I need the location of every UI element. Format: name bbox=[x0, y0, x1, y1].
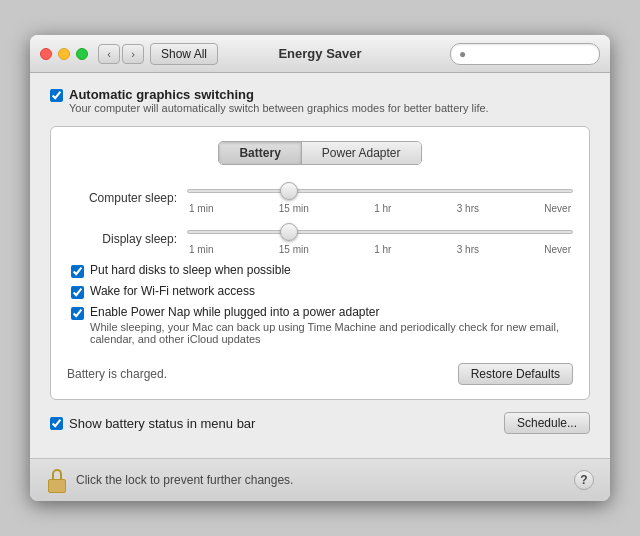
main-panel: Battery Power Adapter Computer sleep: 1 … bbox=[50, 126, 590, 400]
back-button[interactable]: ‹ bbox=[98, 44, 120, 64]
wifi-label: Wake for Wi-Fi network access bbox=[90, 284, 255, 298]
power-nap-sublabel: While sleeping, your Mac can back up usi… bbox=[90, 321, 573, 345]
show-all-button[interactable]: Show All bbox=[150, 43, 218, 65]
display-sleep-track bbox=[187, 222, 573, 242]
tick-never-ds: Never bbox=[544, 244, 571, 255]
computer-sleep-track bbox=[187, 181, 573, 201]
help-button[interactable]: ? bbox=[574, 470, 594, 490]
auto-graphics-subtitle: Your computer will automatically switch … bbox=[69, 102, 489, 114]
battery-status: Battery is charged. bbox=[67, 367, 167, 381]
forward-button[interactable]: › bbox=[122, 44, 144, 64]
lock-area: Click the lock to prevent further change… bbox=[46, 467, 293, 493]
auto-graphics-text: Automatic graphics switching Your comput… bbox=[69, 87, 489, 114]
show-battery-label: Show battery status in menu bar bbox=[69, 416, 255, 431]
computer-sleep-label: Computer sleep: bbox=[67, 191, 177, 205]
tick-3hrs-ds: 3 hrs bbox=[457, 244, 479, 255]
tick-1min-cs: 1 min bbox=[189, 203, 213, 214]
window-title: Energy Saver bbox=[278, 46, 361, 61]
maximize-button[interactable] bbox=[76, 48, 88, 60]
titlebar: ‹ › Show All Energy Saver ● bbox=[30, 35, 610, 73]
tick-1hr-ds: 1 hr bbox=[374, 244, 391, 255]
wifi-checkbox[interactable] bbox=[71, 286, 84, 299]
display-sleep-label: Display sleep: bbox=[67, 232, 177, 246]
nav-buttons: ‹ › bbox=[98, 44, 144, 64]
wifi-row: Wake for Wi-Fi network access bbox=[67, 284, 573, 299]
computer-sleep-slider-container: 1 min 15 min 1 hr 3 hrs Never bbox=[187, 181, 573, 214]
tick-15min-ds: 15 min bbox=[279, 244, 309, 255]
lock-icon[interactable] bbox=[46, 467, 68, 493]
power-nap-label: Enable Power Nap while plugged into a po… bbox=[90, 305, 573, 345]
auto-graphics-checkbox[interactable] bbox=[50, 89, 63, 102]
search-icon: ● bbox=[459, 47, 466, 61]
computer-sleep-ticks: 1 min 15 min 1 hr 3 hrs Never bbox=[187, 203, 573, 214]
tick-3hrs-cs: 3 hrs bbox=[457, 203, 479, 214]
display-sleep-ticks: 1 min 15 min 1 hr 3 hrs Never bbox=[187, 244, 573, 255]
hard-disks-checkbox[interactable] bbox=[71, 265, 84, 278]
tab-battery[interactable]: Battery bbox=[219, 142, 301, 164]
lock-body bbox=[48, 479, 66, 493]
tab-group: Battery Power Adapter bbox=[218, 141, 421, 165]
search-box[interactable]: ● bbox=[450, 43, 600, 65]
search-input[interactable] bbox=[470, 47, 591, 61]
tabs: Battery Power Adapter bbox=[67, 141, 573, 165]
display-sleep-slider-container: 1 min 15 min 1 hr 3 hrs Never bbox=[187, 222, 573, 255]
display-sleep-row: Display sleep: 1 min 15 min 1 hr 3 hrs N… bbox=[67, 222, 573, 255]
tick-1min-ds: 1 min bbox=[189, 244, 213, 255]
power-nap-checkbox[interactable] bbox=[71, 307, 84, 320]
tab-power-adapter[interactable]: Power Adapter bbox=[302, 142, 421, 164]
tick-1hr-cs: 1 hr bbox=[374, 203, 391, 214]
close-button[interactable] bbox=[40, 48, 52, 60]
show-battery-left: Show battery status in menu bar bbox=[50, 416, 255, 431]
computer-sleep-slider[interactable] bbox=[187, 189, 573, 193]
schedule-button[interactable]: Schedule... bbox=[504, 412, 590, 434]
traffic-lights bbox=[40, 48, 88, 60]
show-battery-row: Show battery status in menu bar Schedule… bbox=[50, 412, 590, 434]
minimize-button[interactable] bbox=[58, 48, 70, 60]
lock-shackle bbox=[52, 469, 62, 479]
show-battery-checkbox[interactable] bbox=[50, 417, 63, 430]
hard-disks-label: Put hard disks to sleep when possible bbox=[90, 263, 291, 277]
power-nap-row: Enable Power Nap while plugged into a po… bbox=[67, 305, 573, 345]
tick-never-cs: Never bbox=[544, 203, 571, 214]
auto-graphics-row: Automatic graphics switching Your comput… bbox=[50, 87, 590, 114]
bottom-bar: Click the lock to prevent further change… bbox=[30, 458, 610, 501]
panel-bottom: Battery is charged. Restore Defaults bbox=[67, 355, 573, 385]
content-area: Automatic graphics switching Your comput… bbox=[30, 73, 610, 458]
hard-disks-row: Put hard disks to sleep when possible bbox=[67, 263, 573, 278]
tick-15min-cs: 15 min bbox=[279, 203, 309, 214]
auto-graphics-title: Automatic graphics switching bbox=[69, 87, 489, 102]
lock-text: Click the lock to prevent further change… bbox=[76, 473, 293, 487]
restore-defaults-button[interactable]: Restore Defaults bbox=[458, 363, 573, 385]
window: ‹ › Show All Energy Saver ● Automatic gr… bbox=[30, 35, 610, 501]
computer-sleep-row: Computer sleep: 1 min 15 min 1 hr 3 hrs … bbox=[67, 181, 573, 214]
display-sleep-slider[interactable] bbox=[187, 230, 573, 234]
